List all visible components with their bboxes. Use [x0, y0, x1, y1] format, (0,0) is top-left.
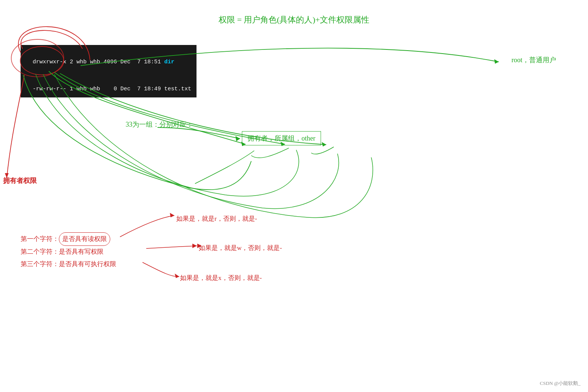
terminal-line2-perm: -rw-rw-r--: [33, 86, 66, 92]
group-annotation: 33为一组：分别对应：: [126, 120, 193, 129]
char-second-line: 第二个字符：是否具有写权限: [21, 246, 116, 258]
char-first-label: 第一个字符：: [21, 235, 59, 242]
r-description: 如果是，就是r，否则，就是-: [176, 214, 257, 223]
char-third-line: 第三个字符：是否具有可执行权限: [21, 258, 116, 270]
x-description: 如果是，就是x，否则，就是-: [180, 274, 262, 282]
svg-marker-3: [170, 213, 174, 217]
page-title: 权限 = 用户角色(具体的人)+文件权限属性: [219, 14, 369, 25]
svg-marker-6: [175, 274, 179, 278]
terminal-block: drwxrwxr-x 2 whb whb 4096 Dec 7 18:51 di…: [21, 45, 196, 97]
svg-marker-9: [322, 142, 326, 147]
w-description: 如果是，就是w，否则，就是-: [199, 244, 282, 252]
char-first-line: 第一个字符：是否具有读权限: [21, 232, 116, 246]
group-box: 拥有者，所属组，other: [242, 131, 321, 145]
root-label: root，普通用户: [512, 55, 556, 64]
owner-permission-label: 拥有者权限: [3, 176, 37, 185]
csdn-watermark: CSDN @小能软鹅_: [540, 380, 580, 387]
svg-marker-4: [192, 244, 197, 248]
terminal-line1-dir: dir: [164, 59, 174, 65]
svg-marker-11: [236, 136, 240, 141]
terminal-line1-perm: drwxrwxr-x: [33, 59, 66, 65]
char-desc-block: 第一个字符：是否具有读权限 第二个字符：是否具有写权限 第三个字符：是否具有可执…: [21, 232, 116, 270]
char-first-circle: 是否具有读权限: [59, 232, 110, 246]
svg-marker-10: [494, 59, 499, 64]
terminal-line1-rest: 2 whb whb 4096 Dec 7 18:51: [66, 59, 164, 65]
terminal-line2-rest: 1 whb whb 0 Dec 7 18:49 test.txt: [66, 86, 191, 92]
